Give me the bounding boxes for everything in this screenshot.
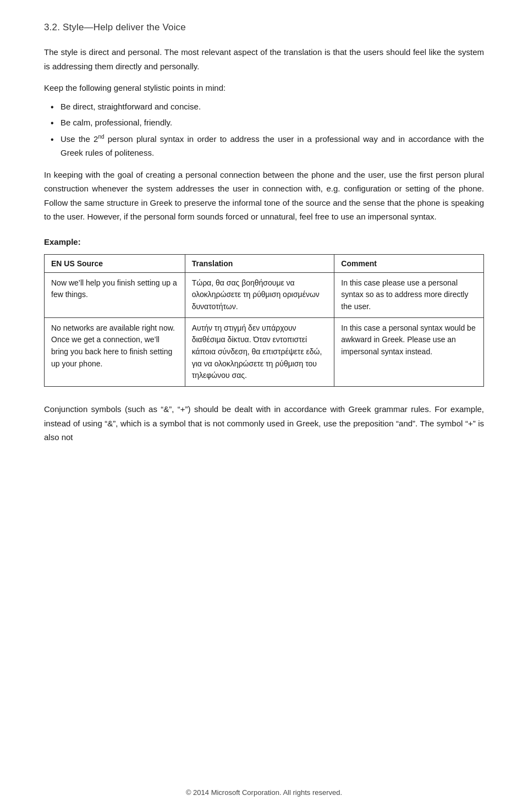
- table-header-translation: Translation: [185, 254, 334, 272]
- stylistic-intro: Keep the following general stylistic poi…: [44, 81, 484, 95]
- superscript-nd: nd: [98, 134, 104, 140]
- personal-connection-para: In keeping with the goal of creating a p…: [44, 168, 484, 224]
- example-label: Example:: [44, 237, 484, 246]
- intro-paragraph: The style is direct and personal. The mo…: [44, 45, 484, 73]
- table-row: No networks are available right now. Onc…: [45, 317, 484, 386]
- page-container: 3.2. Style—Help deliver the Voice The st…: [0, 0, 528, 812]
- table-cell-comment-1: In this case please use a personal synta…: [334, 272, 484, 317]
- table-row: Now we’ll help you finish setting up a f…: [45, 272, 484, 317]
- table-cell-translation-2: Αυτήν τη στιγμή δεν υπάρχουν διαθέσιμα δ…: [185, 317, 334, 386]
- table-header-comment: Comment: [334, 254, 484, 272]
- table-cell-comment-2: In this case a personal syntax would be …: [334, 317, 484, 386]
- bullet-item-3: Use the 2nd person plural syntax in orde…: [61, 132, 484, 160]
- table-cell-translation-1: Τώρα, θα σας βοηθήσουμε να ολοκληρώσετε …: [185, 272, 334, 317]
- example-table: EN US Source Translation Comment Now we’…: [44, 254, 484, 387]
- table-header-en: EN US Source: [45, 254, 185, 272]
- table-cell-source-2: No networks are available right now. Onc…: [45, 317, 185, 386]
- section-heading: 3.2. Style—Help deliver the Voice: [44, 22, 484, 33]
- table-cell-source-1: Now we’ll help you finish setting up a f…: [45, 272, 185, 317]
- bullet-item-2: Be calm, professional, friendly.: [61, 116, 484, 130]
- conjunction-paragraph: Conjunction symbols (such as “&”, “+”) s…: [44, 402, 484, 445]
- page-footer: © 2014 Microsoft Corporation. All rights…: [0, 788, 528, 797]
- bullet-item-1: Be direct, straightforward and concise.: [61, 100, 484, 114]
- table-header-row: EN US Source Translation Comment: [45, 254, 484, 272]
- bullet-list: Be direct, straightforward and concise. …: [44, 100, 484, 160]
